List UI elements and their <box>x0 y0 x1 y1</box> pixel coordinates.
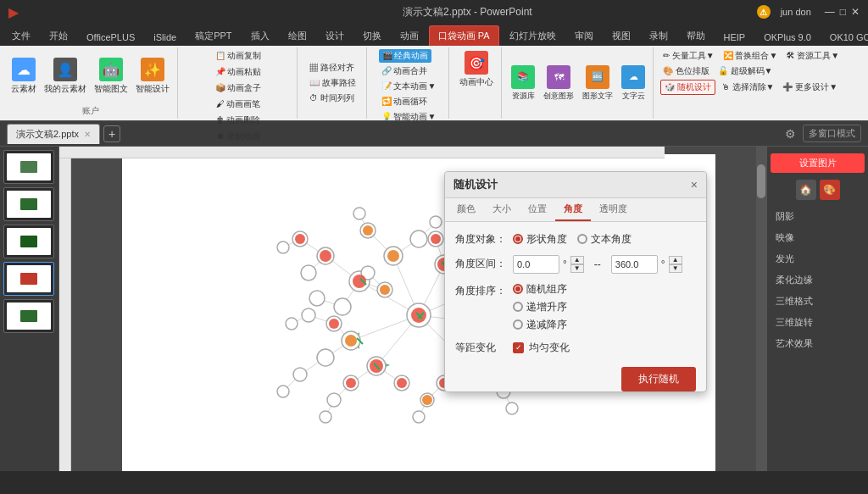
text-anim-button[interactable]: 📝 文本动画▼ <box>379 80 439 93</box>
scrollbar-thumb[interactable] <box>757 164 765 198</box>
tab-review[interactable]: 审阅 <box>566 26 602 46</box>
sort-desc-label: 递减降序 <box>526 318 567 332</box>
ai-design-button[interactable]: ✨ 智能设计 <box>133 56 172 97</box>
shape-text-button[interactable]: 🔤 图形文字 <box>580 64 615 103</box>
tab-view[interactable]: 视图 <box>604 26 639 46</box>
story-path-button[interactable]: 📖 故事路径 <box>307 76 359 90</box>
minimize-button[interactable]: — <box>825 6 835 18</box>
anim-box-button[interactable]: 📦 动画盒子 <box>213 81 264 95</box>
more-design-button[interactable]: ➕ 更多设计▼ <box>780 80 840 95</box>
smart-anim-button[interactable]: 💡 智能动画▼ <box>379 110 439 124</box>
tab-insert[interactable]: 插入 <box>242 26 278 46</box>
ribbon-group-path: ▦ 路径对齐 📖 故事路径 ⏱ 时间列列 <box>299 47 367 119</box>
tab-slide-animation[interactable]: 口袋动画 PA <box>429 25 499 46</box>
my-cloud-button[interactable]: 👤 我的云素材 <box>42 56 89 97</box>
slide-thumb-4[interactable]: 4 <box>3 262 54 296</box>
slide-thumb-3[interactable]: 3 <box>3 225 54 258</box>
resource-lib-button[interactable]: 📚 资源库 <box>509 64 537 103</box>
angle-from-up[interactable]: ▲ <box>570 256 584 264</box>
slide-thumb-1[interactable]: 1 <box>3 150 54 184</box>
dialog-tab-size[interactable]: 大小 <box>484 198 520 221</box>
angle-to-up[interactable]: ▲ <box>669 256 682 264</box>
rank-btn-button[interactable]: 🔀 普换组合▼ <box>721 49 781 63</box>
classic-anim-button[interactable]: 🎬 经典动画 <box>379 49 432 63</box>
tab-slideshow[interactable]: 幻灯片放映 <box>501 26 565 46</box>
glow-item[interactable]: 发光 <box>771 249 865 269</box>
tab-draw[interactable]: 绘图 <box>280 26 315 46</box>
sort-desc-radio[interactable]: 递减降序 <box>513 318 567 332</box>
anim-merge-button[interactable]: 🔗 动画合并 <box>379 64 431 78</box>
angle-to-input[interactable] <box>611 255 658 274</box>
cloud-assets-button[interactable]: ☁ 云素材 <box>8 56 39 97</box>
settings-icon[interactable]: ⚙ <box>785 127 796 141</box>
vector-tool-button[interactable]: ✏ 矢量工具▼ <box>660 49 717 63</box>
angle-to-down[interactable]: ▼ <box>669 264 682 273</box>
right-icon-2[interactable]: 🎨 <box>820 180 840 200</box>
angle-from-input[interactable] <box>513 255 559 274</box>
multi-window-mode-button[interactable]: 多窗口模式 <box>803 125 861 142</box>
dialog-close-button[interactable]: × <box>691 178 698 191</box>
svg-point-141 <box>363 225 373 236</box>
slide-thumb-2[interactable]: 2 <box>3 187 54 221</box>
sort-asc-radio[interactable]: 递增升序 <box>513 300 567 314</box>
tab-file[interactable]: 文件 <box>3 26 39 46</box>
color-rank-button[interactable]: 🎨 色位排版 <box>660 64 712 78</box>
dialog-tab-angle[interactable]: 角度 <box>555 198 591 221</box>
path-align-button[interactable]: ▦ 路径对齐 <box>307 61 357 75</box>
tab-record[interactable]: 录制 <box>641 26 676 46</box>
tab-help[interactable]: 帮助 <box>678 26 714 46</box>
tab-okplus[interactable]: OKPlus 9.0 <box>755 29 820 46</box>
execute-random-button[interactable]: 执行随机 <box>621 367 696 391</box>
ai-text-button[interactable]: 🤖 智能图文 <box>92 56 131 97</box>
art-effect-item[interactable]: 艺术效果 <box>771 334 865 353</box>
tab-officeplus[interactable]: OfficePLUS <box>78 29 143 46</box>
timeline-button[interactable]: ⏱ 时间列列 <box>307 92 357 105</box>
svg-point-89 <box>309 291 325 306</box>
text-angle-radio[interactable]: 文本角度 <box>577 232 632 247</box>
vertical-scrollbar[interactable] <box>756 147 766 471</box>
tab-design[interactable]: 设计 <box>317 26 353 46</box>
angle-to-spin: ▲ ▼ <box>669 256 682 273</box>
selection-clear-button[interactable]: 🖱 选择清除▼ <box>719 80 777 95</box>
svg-point-133 <box>346 378 356 388</box>
text-cloud-button[interactable]: ☁ 文字云 <box>619 64 648 103</box>
reflection-item[interactable]: 映像 <box>771 228 865 247</box>
tab-animation[interactable]: 动画 <box>392 26 427 46</box>
file-tab-1-close[interactable]: ✕ <box>84 130 91 139</box>
anim-center-button[interactable]: 🎯 动画中心 <box>457 49 496 90</box>
slide-thumb-5[interactable]: 5 <box>3 299 54 333</box>
dialog-tab-opacity[interactable]: 透明度 <box>591 198 636 221</box>
even-change-label: 等距变化 <box>455 341 506 355</box>
anim-paste-button[interactable]: 📌 动画粘贴 <box>213 65 264 79</box>
dialog-tab-position[interactable]: 位置 <box>520 198 555 221</box>
resource-tool-button[interactable]: 🛠 资源工具▼ <box>783 49 842 63</box>
even-change-checkbox[interactable]: ✓ 均匀变化 <box>513 341 570 355</box>
right-panel-header: 设置图片 <box>771 153 865 173</box>
supergroup-button[interactable]: 🔓 超级解码▼ <box>715 64 776 78</box>
3d-rotate-item[interactable]: 三维旋转 <box>771 313 865 332</box>
right-icon-1[interactable]: 🏠 <box>796 180 816 200</box>
tab-islide[interactable]: iSlide <box>145 29 185 46</box>
random-design-button[interactable]: 🎲 随机设计 <box>660 80 715 95</box>
anim-paint-button[interactable]: 🖌 动画画笔 <box>214 97 264 111</box>
shape-angle-radio[interactable]: 形状角度 <box>513 232 567 247</box>
angle-from-down[interactable]: ▼ <box>570 264 584 273</box>
sort-random-radio[interactable]: 随机组序 <box>513 282 567 297</box>
add-tab-button[interactable]: + <box>103 125 120 142</box>
even-change-row: 等距变化 ✓ 均匀变化 <box>455 341 696 355</box>
anim-loop-button[interactable]: 🔁 动画循环 <box>379 95 431 108</box>
dialog-tab-color[interactable]: 颜色 <box>448 198 484 221</box>
shadow-item[interactable]: 阴影 <box>771 207 865 226</box>
maximize-button[interactable]: □ <box>840 6 846 18</box>
tab-home[interactable]: 开始 <box>41 26 76 46</box>
tab-cut[interactable]: 切换 <box>354 26 390 46</box>
creative-map-button[interactable]: 🗺 创意图形 <box>541 64 576 103</box>
tab-confirmppt[interactable]: 稿定PPT <box>186 26 240 46</box>
anim-copy-button[interactable]: 📋 动画复制 <box>213 49 264 63</box>
tab-heip[interactable]: HEIP <box>715 29 754 46</box>
soft-edge-item[interactable]: 柔化边缘 <box>771 270 865 290</box>
3d-format-item[interactable]: 三维格式 <box>771 291 865 311</box>
close-button[interactable]: ✕ <box>851 6 860 18</box>
file-tab-1[interactable]: 演示文稿2.pptx ✕ <box>7 124 100 144</box>
tab-ok10gc[interactable]: OK10 GC <box>821 29 868 46</box>
